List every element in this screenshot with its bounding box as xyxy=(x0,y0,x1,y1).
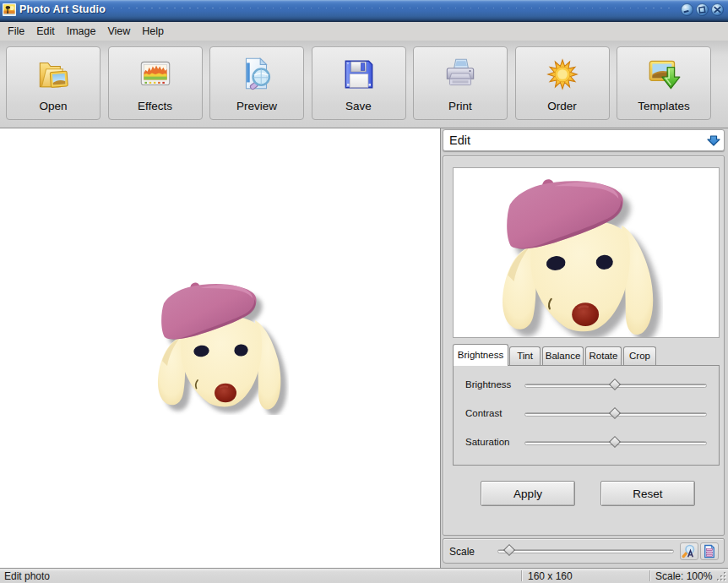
blue-down-arrow-icon[interactable] xyxy=(707,135,720,146)
menu-file[interactable]: File xyxy=(2,23,30,40)
status-separator xyxy=(521,570,522,581)
brightness-slider-label: Brightness xyxy=(465,379,511,390)
status-separator xyxy=(649,570,650,581)
save-label: Save xyxy=(345,100,372,112)
titlebar-texture xyxy=(7,8,672,8)
status-message: Edit photo xyxy=(4,570,50,582)
open-folder-icon xyxy=(34,55,73,94)
effects-histogram-icon xyxy=(136,55,175,94)
saturation-slider[interactable] xyxy=(524,441,707,445)
menu-image[interactable]: Image xyxy=(61,23,102,40)
maximize-button[interactable] xyxy=(696,3,709,16)
saturation-slider-row: Saturation xyxy=(454,434,719,451)
contrast-slider-thumb[interactable] xyxy=(609,407,621,419)
scale-slider-thumb[interactable] xyxy=(503,544,515,556)
close-icon xyxy=(711,3,724,16)
preview-photo-dog xyxy=(497,176,663,338)
tab-brightness[interactable]: Brightness xyxy=(453,344,508,366)
apply-button[interactable]: Apply xyxy=(481,481,575,506)
order-sun-icon xyxy=(543,55,582,94)
tab-crop[interactable]: Crop xyxy=(623,346,656,366)
photo-canvas[interactable] xyxy=(0,128,440,568)
tab-rotate[interactable]: Rotate xyxy=(585,346,622,366)
scale-label: Scale xyxy=(449,546,475,558)
app-window: Photo Art Studio xyxy=(0,0,728,583)
contrast-slider-row: Contrast xyxy=(454,406,719,422)
effects-label: Effects xyxy=(138,100,172,112)
contrast-slider[interactable] xyxy=(524,412,707,417)
contrast-slider-label: Contrast xyxy=(465,408,502,418)
edit-panel-body: Brightness Tint Balance Rotate Crop Brig… xyxy=(443,155,725,536)
brightness-slider[interactable] xyxy=(524,384,707,388)
order-button[interactable]: Order xyxy=(515,46,610,120)
preview-label: Preview xyxy=(236,100,277,112)
minimize-button[interactable] xyxy=(681,3,693,16)
toolbar: Open Effects xyxy=(0,41,728,128)
zoom-actual-size-icon xyxy=(682,544,697,558)
edit-panel-title: Edit xyxy=(449,133,470,147)
canvas-photo-dog[interactable] xyxy=(154,280,289,415)
print-label: Print xyxy=(448,100,472,112)
menu-bar: File Edit Image View Help xyxy=(0,22,728,41)
zoom-actual-size-button[interactable] xyxy=(680,542,698,560)
save-floppy-icon xyxy=(340,55,378,94)
tab-tint[interactable]: Tint xyxy=(509,346,541,366)
print-button[interactable]: Print xyxy=(413,46,508,120)
saturation-slider-thumb[interactable] xyxy=(609,436,621,448)
brightness-tab-page: Brightness Contrast Saturation xyxy=(453,365,720,466)
menu-help[interactable]: Help xyxy=(136,23,170,40)
templates-label: Templates xyxy=(638,100,690,112)
open-label: Open xyxy=(39,100,67,112)
maximize-icon xyxy=(696,3,709,16)
fit-to-page-icon xyxy=(702,544,717,558)
edit-panel-header: Edit xyxy=(443,129,725,151)
status-scale: Scale: 100% xyxy=(655,570,712,582)
minimize-icon xyxy=(681,3,693,16)
open-button[interactable]: Open xyxy=(6,46,101,120)
preview-box xyxy=(453,167,720,338)
tab-balance[interactable]: Balance xyxy=(542,346,584,366)
scale-bar: Scale xyxy=(443,538,725,564)
save-button[interactable]: Save xyxy=(312,46,406,120)
status-bar: Edit photo 160 x 160 Scale: 100% xyxy=(0,568,728,583)
preview-magnifier-icon xyxy=(237,55,276,94)
order-label: Order xyxy=(547,100,577,112)
templates-image-icon xyxy=(644,55,683,94)
app-icon xyxy=(3,3,16,16)
effects-button[interactable]: Effects xyxy=(108,46,203,120)
resize-grip[interactable] xyxy=(715,570,727,582)
fit-to-page-button[interactable] xyxy=(700,542,719,560)
edit-side-panel: Edit Brightness xyxy=(443,128,725,568)
print-printer-icon xyxy=(441,55,480,94)
brightness-slider-row: Brightness xyxy=(454,377,719,394)
scale-slider[interactable] xyxy=(497,549,674,553)
menu-view[interactable]: View xyxy=(101,23,136,40)
saturation-slider-label: Saturation xyxy=(465,437,509,447)
menu-edit[interactable]: Edit xyxy=(30,23,61,40)
preview-button[interactable]: Preview xyxy=(209,46,304,120)
close-button[interactable] xyxy=(711,3,724,16)
reset-button[interactable]: Reset xyxy=(600,481,695,506)
window-title: Photo Art Studio xyxy=(19,3,106,15)
window-controls xyxy=(681,3,724,16)
title-bar[interactable]: Photo Art Studio xyxy=(0,0,728,22)
right-area: Edit Brightness xyxy=(440,128,728,568)
templates-button[interactable]: Templates xyxy=(617,46,711,120)
brightness-slider-thumb[interactable] xyxy=(609,379,621,390)
status-image-size: 160 x 160 xyxy=(528,570,573,582)
